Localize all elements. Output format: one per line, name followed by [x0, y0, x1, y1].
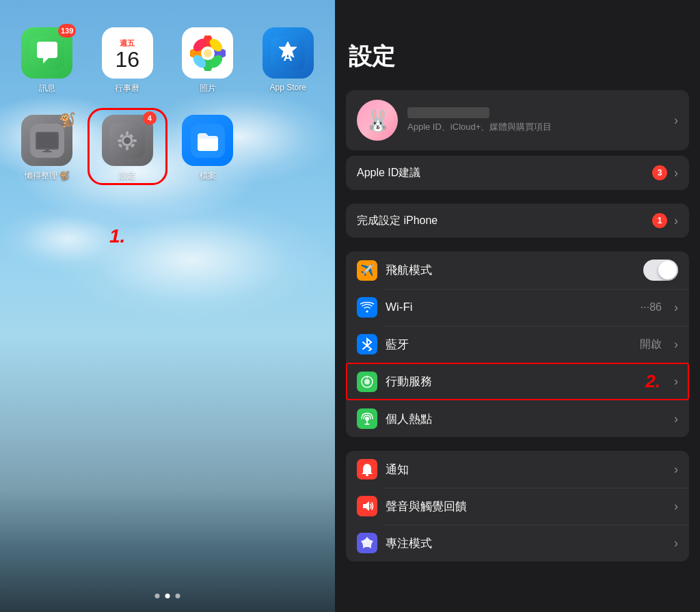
complete-setup-row[interactable]: 完成設定 iPhone 1 ›	[346, 204, 689, 238]
profile-name-blur	[407, 107, 489, 118]
notifications-row[interactable]: 通知 ›	[346, 451, 689, 488]
app-files[interactable]: 檔案	[174, 115, 241, 182]
calendar-date: 16	[115, 48, 139, 70]
cellular-row[interactable]: 行動服務 2. ›	[346, 363, 689, 400]
complete-setup-badge: 1	[652, 213, 667, 228]
focus-row[interactable]: 專注模式 ›	[346, 525, 689, 561]
calendar-icon: 週五 16	[102, 27, 153, 79]
suggestion-chevron: ›	[674, 166, 678, 180]
svg-point-11	[204, 49, 212, 57]
bluetooth-row[interactable]: 藍牙 開啟 ›	[346, 326, 689, 363]
svg-rect-16	[37, 133, 57, 148]
airplane-mode-row[interactable]: ✈️ 飛航模式	[346, 251, 689, 289]
svg-rect-24	[118, 139, 122, 142]
airplane-mode-label: 飛航模式	[386, 262, 635, 278]
settings-icon: 4	[102, 115, 153, 166]
svg-point-21	[124, 137, 131, 144]
bluetooth-label: 藍牙	[386, 337, 632, 352]
messages-badge: 139	[58, 24, 76, 38]
app-calendar[interactable]: 週五 16 行事曆	[94, 27, 161, 94]
wifi-chevron: ›	[674, 301, 678, 315]
cellular-chevron: ›	[674, 374, 678, 389]
settings-badge: 4	[143, 111, 157, 125]
dot-2	[165, 594, 170, 598]
photos-label: 照片	[200, 83, 216, 94]
hotspot-label: 個人熱點	[386, 411, 666, 427]
app-photos[interactable]: 照片	[174, 27, 241, 94]
svg-rect-18	[42, 151, 52, 152]
lazy-label: 懶得整理 🐒	[25, 170, 70, 182]
notifications-label: 通知	[386, 462, 666, 477]
dot-3	[176, 594, 180, 598]
hotspot-chevron: ›	[674, 412, 678, 426]
notification-settings-group: 通知 › 聲音與觸覺回饋 › 專注模式 ›	[346, 451, 689, 561]
cellular-icon	[357, 372, 377, 392]
app-appstore[interactable]: A App Store	[255, 27, 322, 94]
dot-1	[155, 594, 160, 598]
messages-icon: 139	[21, 27, 72, 79]
airplane-mode-toggle[interactable]	[643, 260, 678, 281]
svg-marker-37	[363, 501, 369, 511]
files-icon	[182, 115, 233, 166]
hotspot-row[interactable]: 個人熱點 ›	[346, 400, 689, 437]
appstore-label: App Store	[270, 83, 306, 92]
calendar-label: 行事曆	[115, 83, 139, 94]
network-settings-group: ✈️ 飛航模式 Wi-Fi ···86 ›	[346, 251, 689, 437]
svg-point-33	[365, 417, 369, 421]
airplane-icon: ✈️	[357, 260, 377, 281]
settings-label: 設定	[119, 170, 135, 182]
focus-label: 專注模式	[386, 536, 666, 551]
avatar: 🐰	[357, 100, 398, 141]
page-dots	[155, 594, 180, 598]
focus-chevron: ›	[674, 536, 678, 551]
apple-id-badge: 3	[652, 165, 667, 180]
wifi-value: ···86	[641, 301, 662, 314]
appstore-icon: A	[262, 27, 314, 79]
apple-id-suggestion-label: Apple ID建議	[357, 166, 652, 180]
settings-title: 設定	[349, 41, 686, 72]
app-messages[interactable]: 139 訊息	[14, 27, 81, 94]
svg-rect-23	[126, 146, 129, 150]
cellular-highlight-wrapper: 行動服務 2. ›	[346, 363, 689, 400]
complete-setup-label: 完成設定 iPhone	[357, 214, 652, 228]
settings-screen: 設定 🐰 Apple ID、iCloud+、媒體與購買項目 › Apple ID…	[335, 0, 700, 612]
files-label: 檔案	[200, 170, 216, 182]
app-grid: 139 訊息 週五 16 行事曆	[14, 27, 321, 182]
bluetooth-chevron: ›	[674, 337, 678, 352]
svg-rect-22	[126, 131, 129, 135]
apple-id-suggestion-row[interactable]: Apple ID建議 3 ›	[346, 156, 689, 190]
notifications-icon	[357, 459, 377, 479]
lazy-icon: 🐒	[21, 115, 72, 166]
messages-label: 訊息	[39, 83, 55, 94]
iphone-homescreen: 139 訊息 週五 16 行事曆	[0, 0, 335, 612]
sounds-row[interactable]: 聲音與觸覺回饋 ›	[346, 488, 689, 525]
wifi-label: Wi-Fi	[386, 301, 632, 314]
photos-icon	[182, 27, 233, 79]
app-settings[interactable]: 4 設定	[94, 115, 161, 182]
profile-chevron: ›	[674, 113, 678, 128]
svg-rect-25	[133, 139, 137, 142]
profile-row[interactable]: 🐰 Apple ID、iCloud+、媒體與購買項目 ›	[346, 90, 689, 150]
sounds-icon	[357, 496, 377, 516]
hotspot-icon	[357, 408, 377, 429]
wifi-icon	[357, 297, 377, 318]
profile-info: Apple ID、iCloud+、媒體與購買項目	[407, 107, 664, 133]
svg-text:A: A	[284, 50, 293, 64]
app-lazy[interactable]: 🐒 懶得整理 🐒	[14, 115, 81, 182]
notifications-chevron: ›	[674, 462, 678, 477]
step-1-label: 1.	[109, 225, 125, 247]
sounds-chevron: ›	[674, 499, 678, 514]
focus-icon	[357, 533, 377, 553]
bluetooth-icon	[357, 334, 377, 354]
svg-rect-36	[366, 474, 368, 476]
wifi-row[interactable]: Wi-Fi ···86 ›	[346, 289, 689, 326]
setup-chevron: ›	[674, 214, 678, 228]
sounds-label: 聲音與觸覺回饋	[386, 499, 666, 514]
bluetooth-value: 開啟	[640, 337, 662, 352]
settings-header: 設定	[335, 0, 700, 90]
step-2-label: 2.	[645, 371, 660, 392]
cellular-label: 行動服務	[386, 374, 632, 389]
svg-point-32	[364, 379, 370, 385]
profile-subtitle: Apple ID、iCloud+、媒體與購買項目	[407, 121, 664, 133]
